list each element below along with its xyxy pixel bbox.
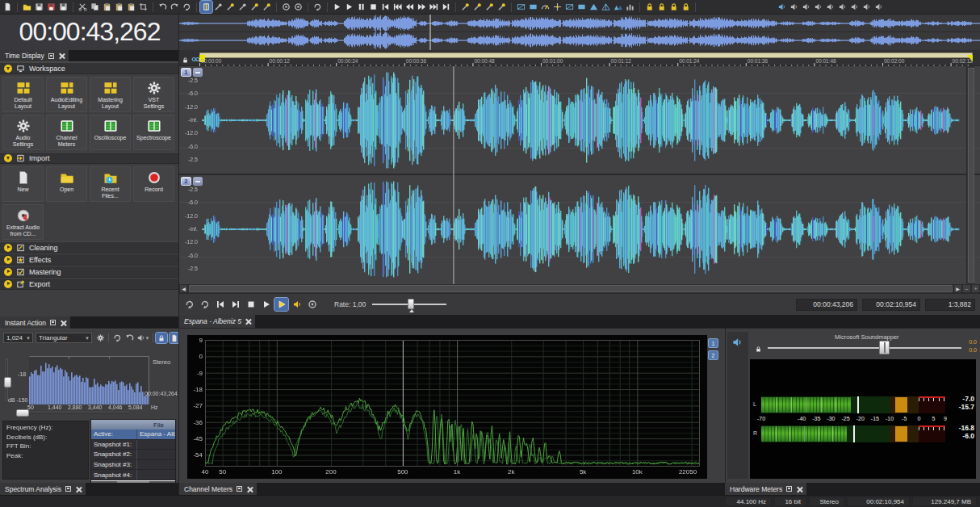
refresh-button[interactable] — [111, 333, 123, 343]
play-button[interactable] — [343, 1, 355, 13]
tab-channel-meters[interactable]: Channel Meters — [179, 483, 257, 495]
channel-2-button[interactable]: 2 — [708, 350, 718, 360]
wave-v-scrollbar[interactable] — [966, 66, 974, 284]
tile-spectroscope[interactable]: Spectroscope — [133, 115, 174, 150]
auto-trim-button[interactable] — [515, 1, 527, 13]
scroll-thumb[interactable] — [189, 285, 953, 292]
speaker-icon[interactable] — [731, 337, 743, 351]
scroll-left-arrow[interactable]: ◀ — [179, 284, 188, 293]
close-icon[interactable] — [796, 485, 803, 492]
open-button[interactable] — [21, 1, 33, 13]
loop-once-button[interactable] — [198, 298, 211, 311]
fade-in-button[interactable] — [588, 1, 600, 13]
stop-button[interactable] — [367, 1, 379, 13]
grab-button[interactable] — [170, 333, 179, 343]
popout-icon[interactable] — [48, 52, 55, 60]
selection-tool-button[interactable] — [261, 1, 273, 13]
v-zoom-slider[interactable] — [6, 358, 8, 400]
fade-both-button[interactable] — [612, 1, 624, 13]
snapshot-button[interactable] — [124, 333, 135, 343]
section-chevron-icon[interactable] — [4, 256, 12, 264]
fft-size-select[interactable]: 1,024▼ — [3, 333, 33, 343]
tab-instant-action[interactable]: Instant Action — [0, 316, 70, 329]
repeat-button[interactable] — [181, 1, 193, 13]
play-all-button[interactable] — [331, 1, 343, 13]
fade-rect-button[interactable] — [527, 1, 539, 13]
tile-oscilloscope[interactable]: Oscilloscope — [90, 115, 131, 150]
channel-convert-button[interactable] — [776, 1, 788, 13]
close-icon[interactable] — [58, 52, 65, 60]
close-icon[interactable] — [246, 485, 253, 492]
play-all-button[interactable] — [259, 298, 273, 311]
play-button[interactable] — [274, 298, 288, 311]
save-all-button[interactable] — [57, 1, 69, 13]
section-header-export[interactable]: Export — [0, 278, 178, 290]
tile-open[interactable]: Open — [46, 166, 87, 202]
tile-record[interactable]: Record — [133, 166, 174, 202]
zoom-selection-button[interactable] — [459, 1, 471, 13]
tile-default[interactable]: Default Layout — [2, 77, 44, 112]
rewind-fast-button[interactable] — [392, 1, 404, 13]
fade-flag-button[interactable] — [563, 1, 576, 13]
snap-lock-button[interactable] — [643, 1, 655, 13]
magnify-tool-button[interactable] — [212, 1, 224, 13]
zoom-out-button[interactable]: − — [962, 284, 971, 293]
section-header-mastering[interactable]: Mastering — [0, 266, 178, 278]
fade-out-button[interactable] — [600, 1, 612, 13]
edit-tool-button[interactable] — [200, 1, 212, 13]
monitor-playback-button[interactable]: ▼ — [136, 333, 150, 343]
section-header-workspace[interactable]: Workspace — [0, 62, 178, 74]
fade-block-button[interactable] — [576, 1, 588, 13]
tile-new[interactable]: New — [2, 166, 44, 202]
save-button[interactable] — [33, 1, 45, 13]
tile-audio[interactable]: Audio Settings — [2, 115, 44, 150]
section-chevron-icon[interactable] — [4, 280, 12, 288]
tile-channel[interactable]: Channel Meters — [46, 115, 87, 150]
record-remote-button[interactable] — [280, 1, 292, 13]
record-timer-button[interactable] — [292, 1, 304, 13]
tab-spectrum-analysis[interactable]: Spectrum Analysis — [0, 483, 86, 495]
wave-h-scrollbar[interactable]: ◀▶−＋ — [179, 284, 980, 293]
redo-button[interactable] — [169, 1, 181, 13]
channel-2-badge[interactable]: 2 — [181, 177, 191, 186]
section-header-effects[interactable]: Effects — [0, 254, 178, 266]
settings-gear-button[interactable] — [94, 333, 106, 343]
close-icon[interactable] — [245, 318, 252, 325]
paste-button[interactable] — [101, 1, 113, 13]
zoom-in-button[interactable]: ＋ — [971, 284, 980, 293]
bit-depth-button[interactable] — [800, 1, 812, 13]
overview-waveform[interactable] — [179, 15, 980, 50]
section-chevron-icon[interactable] — [4, 154, 12, 162]
scroll-right-arrow[interactable]: ▶ — [953, 284, 962, 293]
channel-2-minimize[interactable] — [193, 177, 203, 186]
channel-1-badge[interactable]: 1 — [181, 68, 191, 77]
event-tool-button[interactable] — [224, 1, 237, 13]
timeline-ruler[interactable]: 00:00:0000:00:1200:00:2400:00:3600:00:48… — [179, 50, 980, 66]
stop-button[interactable] — [244, 298, 258, 311]
popout-icon[interactable] — [49, 319, 57, 326]
waveform-canvas[interactable] — [179, 66, 980, 284]
tile-extract-audio[interactable]: Extract Audio from CD... — [2, 204, 44, 240]
section-chevron-icon[interactable] — [4, 244, 12, 252]
process-fade-button[interactable] — [836, 1, 848, 13]
close-icon[interactable] — [60, 319, 67, 326]
section-header-cleaning[interactable]: Cleaning — [0, 241, 178, 254]
forward-fast-button[interactable] — [428, 1, 440, 13]
trim-crop-button[interactable] — [137, 1, 149, 13]
forward-button[interactable] — [416, 1, 428, 13]
go-to-end-button[interactable] — [228, 298, 242, 311]
paste-special-button[interactable] — [113, 1, 125, 13]
snapshot-row[interactable]: Snapshot #1: — [91, 440, 175, 450]
window-type-select[interactable]: Triangular▼ — [36, 333, 92, 343]
resample-button[interactable] — [788, 1, 800, 13]
h-zoom-slider[interactable] — [16, 412, 129, 413]
snapshot-row[interactable]: Snapshot #3: — [91, 460, 175, 471]
channel-1-minimize[interactable] — [193, 68, 203, 77]
zoom-in-button[interactable] — [484, 1, 496, 13]
rewind-button[interactable] — [404, 1, 416, 13]
tab-hardware-meters[interactable]: Hardware Meters — [725, 483, 806, 495]
play-plugin-button[interactable] — [290, 298, 304, 311]
tab-time-display[interactable]: Time Display — [0, 50, 69, 61]
snapshot-row[interactable]: Snapshot #4: — [91, 470, 175, 480]
go-to-start-button[interactable] — [379, 1, 392, 13]
